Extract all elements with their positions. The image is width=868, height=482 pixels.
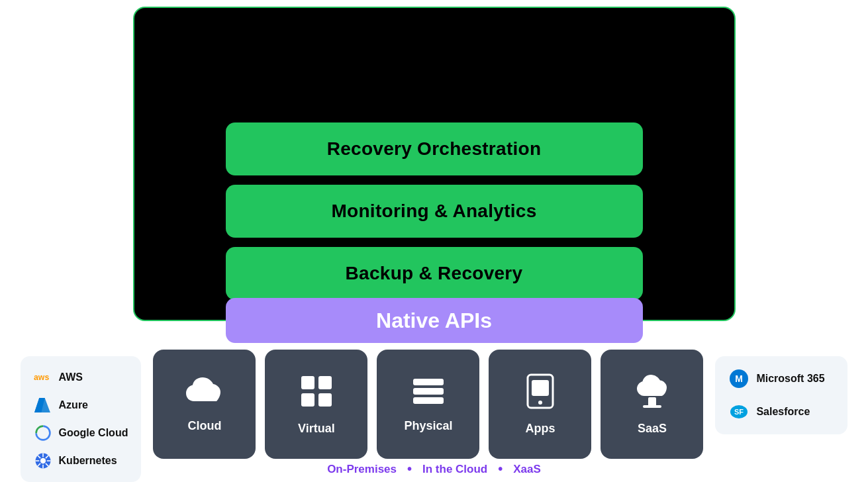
separator1: •: [407, 461, 412, 477]
salesforce-label: Salesforce: [756, 406, 810, 418]
kubernetes-item: Kubernetes: [34, 452, 128, 470]
salesforce-item: SF Salesforce: [728, 401, 834, 422]
azure-label: Azure: [59, 399, 88, 411]
microsoft365-label: Microsoft 365: [756, 373, 824, 385]
on-premises-label: On-Premises: [327, 463, 397, 476]
virtual-tile-label: Virtual: [298, 422, 335, 436]
svg-rect-17: [301, 393, 314, 407]
backup-recovery-pill: Backup & Recovery: [226, 247, 643, 300]
cloud-tile-label: Cloud: [187, 419, 221, 433]
svg-rect-21: [413, 397, 444, 404]
separator2: •: [498, 461, 503, 477]
aws-item: aws AWS: [34, 368, 128, 387]
svg-rect-16: [318, 376, 332, 389]
main-container: Recovery Orchestration Monitoring & Anal…: [0, 0, 868, 482]
microsoft365-icon: M: [728, 368, 749, 389]
recovery-orchestration-pill: Recovery Orchestration: [226, 122, 643, 175]
outer-box: Recovery Orchestration Monitoring & Anal…: [133, 7, 736, 321]
salesforce-icon: SF: [728, 401, 749, 422]
apps-icon: [524, 373, 557, 414]
svg-point-6: [40, 458, 45, 463]
backup-recovery-label: Backup & Recovery: [346, 263, 523, 284]
apps-tile: Apps: [489, 350, 591, 459]
google-cloud-item: Google Cloud: [34, 424, 128, 442]
svg-rect-24: [532, 380, 549, 396]
native-apis-label: Native APIs: [376, 309, 492, 333]
physical-tile: Physical: [377, 350, 479, 459]
svg-rect-25: [648, 397, 656, 407]
svg-rect-15: [301, 376, 314, 389]
kubernetes-label: Kubernetes: [59, 455, 117, 467]
virtual-icon: [299, 373, 334, 414]
physical-tile-label: Physical: [404, 419, 452, 433]
tiles-row: Cloud Virtual: [153, 350, 703, 459]
physical-icon: [410, 376, 446, 411]
svg-text:SF: SF: [734, 408, 744, 416]
green-pills-container: Recovery Orchestration Monitoring & Anal…: [226, 122, 643, 300]
virtual-tile: Virtual: [265, 350, 367, 459]
aws-icon: aws: [34, 368, 52, 387]
svg-rect-18: [318, 393, 332, 407]
svg-text:M: M: [736, 373, 744, 384]
in-the-cloud-label: In the Cloud: [422, 463, 487, 476]
xaas-label: XaaS: [513, 463, 541, 476]
svg-rect-20: [413, 388, 444, 395]
kubernetes-icon: [34, 452, 52, 470]
svg-rect-19: [413, 379, 444, 385]
apps-tile-label: Apps: [525, 422, 555, 436]
saas-tile: SaaS: [601, 350, 703, 459]
aws-label: AWS: [59, 371, 83, 383]
google-cloud-icon: [34, 424, 52, 442]
svg-text:aws: aws: [34, 373, 49, 382]
microsoft365-item: M Microsoft 365: [728, 368, 834, 389]
recovery-orchestration-label: Recovery Orchestration: [327, 138, 542, 160]
saas-tile-label: SaaS: [638, 422, 667, 436]
cloud-icon: [185, 376, 224, 411]
svg-rect-26: [643, 405, 661, 408]
svg-point-23: [538, 401, 542, 405]
native-apis-bar: Native APIs: [226, 298, 643, 343]
saas-icon: [632, 373, 672, 414]
google-cloud-label: Google Cloud: [59, 427, 128, 439]
azure-item: Azure: [34, 396, 128, 414]
right-panel: M Microsoft 365 SF Salesforce: [715, 356, 847, 434]
left-panel: aws AWS Azure: [21, 356, 142, 482]
azure-icon: [34, 396, 52, 414]
monitoring-analytics-pill: Monitoring & Analytics: [226, 185, 643, 238]
bottom-labels: On-Premises • In the Cloud • XaaS: [327, 461, 541, 477]
monitoring-analytics-label: Monitoring & Analytics: [331, 201, 536, 222]
cloud-tile: Cloud: [153, 350, 256, 459]
